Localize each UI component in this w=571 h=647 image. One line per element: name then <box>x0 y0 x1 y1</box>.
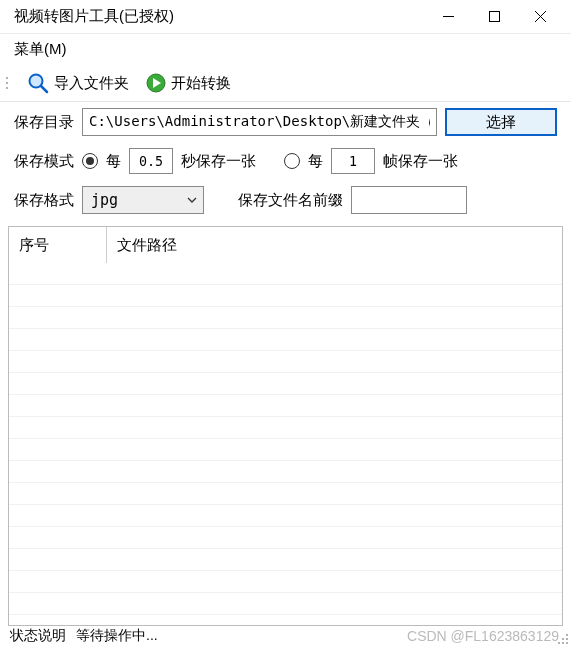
svg-point-11 <box>558 642 560 644</box>
format-value: jpg <box>91 191 118 209</box>
seconds-input[interactable] <box>129 148 173 174</box>
resize-grip[interactable] <box>556 632 570 646</box>
col-path-header[interactable]: 文件路径 <box>107 227 562 263</box>
import-folder-button[interactable]: 导入文件夹 <box>22 69 133 97</box>
title-bar: 视频转图片工具(已授权) <box>0 0 571 34</box>
close-icon <box>535 11 546 22</box>
frames-input[interactable] <box>331 148 375 174</box>
window-controls <box>425 2 563 32</box>
start-convert-button[interactable]: 开始转换 <box>141 70 235 96</box>
maximize-button[interactable] <box>471 2 517 32</box>
import-folder-label: 导入文件夹 <box>54 74 129 93</box>
frames-suffix: 帧保存一张 <box>383 152 458 171</box>
play-icon <box>145 72 167 94</box>
radio-frames[interactable] <box>284 153 300 169</box>
toolbar: 导入文件夹 开始转换 <box>0 65 571 102</box>
chevron-down-icon <box>187 197 197 203</box>
svg-point-10 <box>566 638 568 640</box>
svg-point-8 <box>566 634 568 636</box>
status-text: 等待操作中... <box>76 627 158 645</box>
seconds-suffix: 秒保存一张 <box>181 152 256 171</box>
toolbar-grip <box>6 71 14 95</box>
save-dir-input[interactable] <box>82 108 437 136</box>
close-button[interactable] <box>517 2 563 32</box>
save-format-row: 保存格式 jpg 保存文件名前缀 <box>0 180 571 220</box>
svg-point-9 <box>562 638 564 640</box>
col-seq-header[interactable]: 序号 <box>9 227 107 263</box>
prefix-label: 保存文件名前缀 <box>238 191 343 210</box>
magnifier-icon <box>26 71 50 95</box>
maximize-icon <box>489 11 500 22</box>
format-select[interactable]: jpg <box>82 186 204 214</box>
radio-seconds[interactable] <box>82 153 98 169</box>
table-header: 序号 文件路径 <box>9 227 562 263</box>
menu-item[interactable]: 菜单(M) <box>14 40 67 57</box>
menubar: 菜单(M) <box>0 34 571 65</box>
save-mode-row: 保存模式 每 秒保存一张 每 帧保存一张 <box>0 142 571 180</box>
every-label-2: 每 <box>308 152 323 171</box>
table-body[interactable] <box>9 263 562 625</box>
window-title: 视频转图片工具(已授权) <box>14 7 425 26</box>
minimize-icon <box>443 11 454 22</box>
status-label: 状态说明 <box>10 627 66 645</box>
watermark: CSDN @FL1623863129 <box>407 628 559 644</box>
every-label-1: 每 <box>106 152 121 171</box>
svg-point-12 <box>562 642 564 644</box>
svg-line-5 <box>41 86 47 92</box>
svg-rect-1 <box>489 12 499 22</box>
start-convert-label: 开始转换 <box>171 74 231 93</box>
prefix-input[interactable] <box>351 186 467 214</box>
save-format-label: 保存格式 <box>14 191 74 210</box>
save-dir-label: 保存目录 <box>14 113 74 132</box>
file-table: 序号 文件路径 <box>8 226 563 626</box>
svg-point-13 <box>566 642 568 644</box>
save-mode-label: 保存模式 <box>14 152 74 171</box>
select-dir-button[interactable]: 选择 <box>445 108 557 136</box>
save-dir-row: 保存目录 选择 <box>0 102 571 142</box>
minimize-button[interactable] <box>425 2 471 32</box>
